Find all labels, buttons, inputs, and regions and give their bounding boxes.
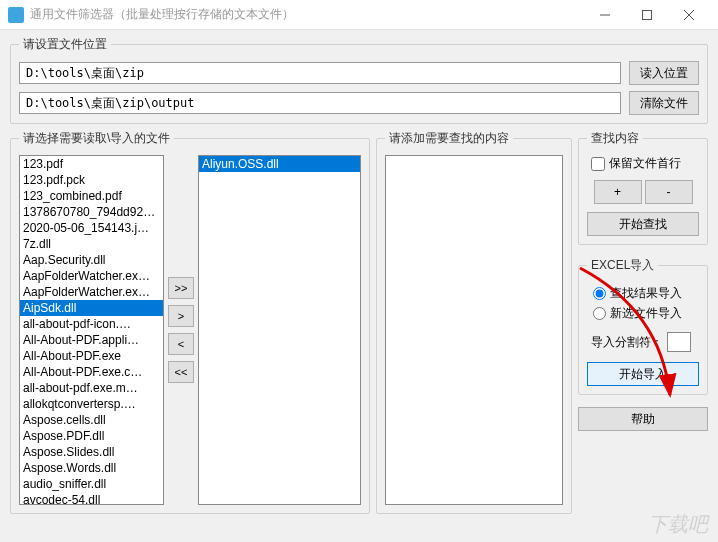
radio-new-row[interactable]: 新选文件导入 bbox=[593, 305, 699, 322]
move-left-button[interactable]: < bbox=[168, 333, 194, 355]
radio-result-import[interactable] bbox=[593, 287, 606, 300]
list-item[interactable]: Aspose.Slides.dll bbox=[20, 444, 163, 460]
search-content-group: 请添加需要查找的内容 bbox=[376, 130, 572, 514]
list-item[interactable]: all-about-pdf-icon.… bbox=[20, 316, 163, 332]
maximize-button[interactable] bbox=[626, 1, 668, 29]
search-content-legend: 请添加需要查找的内容 bbox=[385, 130, 513, 147]
close-button[interactable] bbox=[668, 1, 710, 29]
excel-group: EXCEL导入 查找结果导入 新选文件导入 导入分割符： 开始导入 bbox=[578, 257, 708, 395]
search-terms-list[interactable] bbox=[385, 155, 563, 505]
list-item[interactable]: All-About-PDF.appli… bbox=[20, 332, 163, 348]
keep-first-line-checkbox[interactable] bbox=[591, 157, 605, 171]
move-all-right-button[interactable]: >> bbox=[168, 277, 194, 299]
list-item[interactable]: AapFolderWatcher.ex… bbox=[20, 284, 163, 300]
add-term-button[interactable]: + bbox=[594, 180, 642, 204]
clear-files-button[interactable]: 清除文件 bbox=[629, 91, 699, 115]
list-item[interactable]: 7z.dll bbox=[20, 236, 163, 252]
minimize-button[interactable] bbox=[584, 1, 626, 29]
list-item[interactable]: allokqtconvertersp.… bbox=[20, 396, 163, 412]
list-item[interactable]: 2020-05-06_154143.j… bbox=[20, 220, 163, 236]
radio-result-label: 查找结果导入 bbox=[610, 285, 682, 302]
list-item[interactable]: All-About-PDF.exe bbox=[20, 348, 163, 364]
window-title: 通用文件筛选器（批量处理按行存储的文本文件） bbox=[30, 6, 584, 23]
app-icon bbox=[8, 7, 24, 23]
list-item[interactable]: audio_sniffer.dll bbox=[20, 476, 163, 492]
source-file-list[interactable]: 123.pdf123.pdf.pck123_combined.pdf137867… bbox=[19, 155, 164, 505]
window-controls bbox=[584, 1, 710, 29]
files-group: 请选择需要读取\导入的文件 123.pdf123.pdf.pck123_comb… bbox=[10, 130, 370, 514]
start-import-button[interactable]: 开始导入 bbox=[587, 362, 699, 386]
excel-group-legend: EXCEL导入 bbox=[587, 257, 658, 274]
svg-rect-1 bbox=[643, 10, 652, 19]
list-item[interactable]: AapFolderWatcher.ex… bbox=[20, 268, 163, 284]
list-item[interactable]: Aap.Security.dll bbox=[20, 252, 163, 268]
list-item[interactable]: 123_combined.pdf bbox=[20, 188, 163, 204]
list-item[interactable]: 123.pdf bbox=[20, 156, 163, 172]
read-location-button[interactable]: 读入位置 bbox=[629, 61, 699, 85]
list-item[interactable]: 123.pdf.pck bbox=[20, 172, 163, 188]
path-group-legend: 请设置文件位置 bbox=[19, 36, 111, 53]
radio-new-label: 新选文件导入 bbox=[610, 305, 682, 322]
start-find-button[interactable]: 开始查找 bbox=[587, 212, 699, 236]
input-path-field[interactable] bbox=[19, 62, 621, 84]
list-item[interactable]: All-About-PDF.exe.c… bbox=[20, 364, 163, 380]
files-group-legend: 请选择需要读取\导入的文件 bbox=[19, 130, 174, 147]
move-all-left-button[interactable]: << bbox=[168, 361, 194, 383]
radio-result-row[interactable]: 查找结果导入 bbox=[593, 285, 699, 302]
list-item[interactable]: 1378670780_794dd92… bbox=[20, 204, 163, 220]
path-group: 请设置文件位置 读入位置 清除文件 bbox=[10, 36, 708, 124]
find-group-legend: 查找内容 bbox=[587, 130, 643, 147]
list-item[interactable]: Aspose.Words.dll bbox=[20, 460, 163, 476]
separator-input[interactable] bbox=[667, 332, 691, 352]
keep-first-line-row[interactable]: 保留文件首行 bbox=[587, 155, 699, 172]
list-item[interactable]: Aspose.PDF.dll bbox=[20, 428, 163, 444]
remove-term-button[interactable]: - bbox=[645, 180, 693, 204]
titlebar: 通用文件筛选器（批量处理按行存储的文本文件） bbox=[0, 0, 718, 30]
list-item[interactable]: AipSdk.dll bbox=[20, 300, 163, 316]
list-item[interactable]: all-about-pdf.exe.m… bbox=[20, 380, 163, 396]
move-right-button[interactable]: > bbox=[168, 305, 194, 327]
list-item[interactable]: Aliyun.OSS.dll bbox=[199, 156, 360, 172]
find-group: 查找内容 保留文件首行 + - 开始查找 bbox=[578, 130, 708, 245]
keep-first-line-label: 保留文件首行 bbox=[609, 155, 681, 172]
list-item[interactable]: avcodec-54.dll bbox=[20, 492, 163, 505]
output-path-field[interactable] bbox=[19, 92, 621, 114]
radio-new-import[interactable] bbox=[593, 307, 606, 320]
separator-label: 导入分割符： bbox=[591, 334, 663, 351]
selected-file-list[interactable]: Aliyun.OSS.dll bbox=[198, 155, 361, 505]
list-item[interactable]: Aspose.cells.dll bbox=[20, 412, 163, 428]
help-button[interactable]: 帮助 bbox=[578, 407, 708, 431]
